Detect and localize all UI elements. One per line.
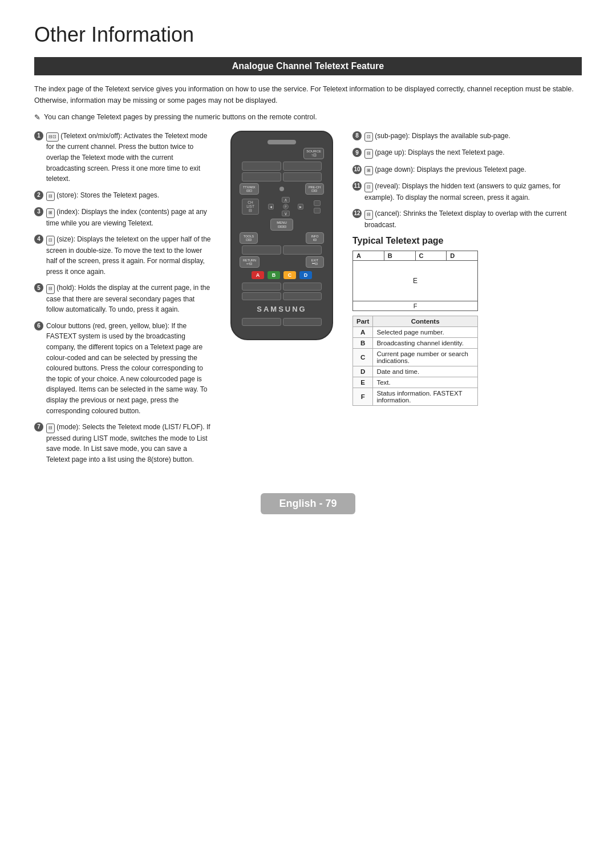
table-cell-part-a: A <box>353 327 373 338</box>
table-cell-contents-e: Text. <box>373 377 478 388</box>
list-item: 1 ⊟⊡ (Teletext on/mix/off): Activates th… <box>34 131 211 184</box>
return-button[interactable]: RETURN↩⊟ <box>240 256 260 268</box>
item-number-12: 12 <box>352 209 362 218</box>
list-item: 2 ⊟ (store): Stores the Teletext pages. <box>34 190 211 201</box>
pre-ch-button[interactable]: PRE-CH⊡⊟ <box>305 183 324 195</box>
table-cell-part-b: B <box>353 338 373 349</box>
teletext-body: E <box>353 261 477 301</box>
item-text-1: ⊟⊡ (Teletext on/mix/off): Activates the … <box>46 131 211 184</box>
item-text-12: ⊟ (cancel): Shrinks the Teletext display… <box>364 208 582 230</box>
teletext-footer-label: F <box>414 303 418 309</box>
teletext-center-label: E <box>413 277 418 285</box>
teletext-col-d: D <box>447 251 477 260</box>
item-number-7: 7 <box>34 422 43 432</box>
item-text-11: ⊡ (reveal): Displays the hidden text (an… <box>364 181 582 203</box>
right-item-list: 8 ⊡ (sub-page): Displays the available s… <box>352 131 582 230</box>
source-button[interactable]: SOURCE↑⊡ <box>303 148 324 159</box>
green-button[interactable]: B <box>268 271 280 279</box>
info-button[interactable]: INFOi⊟ <box>306 232 324 244</box>
item-number-8: 8 <box>352 131 362 140</box>
list-item: 3 ⊞ (index): Displays the index (content… <box>34 207 211 228</box>
table-row: B Broadcasting channel identity. <box>353 338 478 349</box>
item-number-2: 2 <box>34 191 43 200</box>
tools-button[interactable]: TOOLS⊡⊟ <box>240 232 258 244</box>
section-header: Analogue Channel Teletext Feature <box>34 57 582 75</box>
blue-button[interactable]: D <box>299 271 312 279</box>
samsung-logo: SAMSUNG <box>237 305 326 313</box>
teletext-col-c: C <box>416 251 447 260</box>
teletext-grid: A B C D E F <box>352 251 478 311</box>
teletext-footer-row: F <box>353 301 477 310</box>
item-number-10: 10 <box>352 165 362 174</box>
tip-text: ✎ You can change Teletext pages by press… <box>34 113 582 122</box>
table-cell-contents-a: Selected page number. <box>373 327 478 338</box>
table-row: E Text. <box>353 377 478 388</box>
table-cell-part-e: E <box>353 377 373 388</box>
item-number-6: 6 <box>34 321 43 330</box>
item-number-1: 1 <box>34 131 43 140</box>
item-text-2: ⊟ (store): Stores the Teletext pages. <box>46 190 211 201</box>
teletext-section: Typical Teletext page A B C D E F <box>352 236 582 406</box>
page-footer: English - 79 <box>34 493 582 514</box>
item-text-4: ⊡ (size): Displays the teletext on the u… <box>46 234 211 277</box>
remote-control-illustration: SOURCE↑⊡ TTX/MIX⊟⊡ PRE-CH⊡⊟ CH LIST⊟ <box>225 131 339 340</box>
menu-button[interactable]: MENU⊟⊟⊟ <box>270 219 293 231</box>
info-table: Part Contents A Selected page number. B … <box>352 316 478 406</box>
item-text-5: ⊟ (hold): Holds the display at the curre… <box>46 283 211 315</box>
right-column: 8 ⊡ (sub-page): Displays the available s… <box>352 131 582 406</box>
item-text-10: ⊞ (page down): Displays the previous Tel… <box>364 164 582 175</box>
item-number-3: 3 <box>34 207 43 216</box>
item-number-4: 4 <box>34 235 43 244</box>
left-item-list: 1 ⊟⊡ (Teletext on/mix/off): Activates th… <box>34 131 211 465</box>
color-buttons-row: A B C D <box>237 271 326 279</box>
teletext-col-b: B <box>384 251 416 260</box>
item-number-9: 9 <box>352 148 362 157</box>
item-text-7: ⊟ (mode): Selects the Teletext mode (LIS… <box>46 422 211 465</box>
teletext-header-row: A B C D <box>353 251 477 261</box>
list-item: 7 ⊟ (mode): Selects the Teletext mode (L… <box>34 422 211 465</box>
table-header-contents: Contents <box>373 316 478 327</box>
item-text-8: ⊡ (sub-page): Displays the available sub… <box>364 131 582 142</box>
list-item: 4 ⊡ (size): Displays the teletext on the… <box>34 234 211 277</box>
tip-icon: ✎ <box>34 113 40 122</box>
table-cell-contents-d: Date and time. <box>373 366 478 377</box>
list-item: 9 ⊟ (page up): Displays the next Teletex… <box>352 147 582 158</box>
table-cell-part-f: F <box>353 388 373 406</box>
item-number-5: 5 <box>34 283 43 292</box>
item-text-6: Colour buttons (red, green, yellow, blue… <box>46 321 211 416</box>
ttx-mix-button[interactable]: TTX/MIX⊟⊡ <box>240 183 259 195</box>
yellow-button[interactable]: C <box>283 271 296 279</box>
table-header-part: Part <box>353 316 373 327</box>
table-row: C Current page number or search indicati… <box>353 349 478 366</box>
main-content: 1 ⊟⊡ (Teletext on/mix/off): Activates th… <box>34 131 582 470</box>
list-item: 12 ⊟ (cancel): Shrinks the Teletext disp… <box>352 208 582 230</box>
table-cell-contents-f: Status information. FASTEXT information. <box>373 388 478 406</box>
list-item: 5 ⊟ (hold): Holds the display at the cur… <box>34 283 211 315</box>
english-badge: English - 79 <box>261 493 355 514</box>
table-cell-contents-c: Current page number or search indication… <box>373 349 478 366</box>
table-cell-contents-b: Broadcasting channel identity. <box>373 338 478 349</box>
table-row: D Date and time. <box>353 366 478 377</box>
page-title: Other Information <box>34 23 582 47</box>
item-number-11: 11 <box>352 182 362 191</box>
teletext-col-a: A <box>353 251 384 260</box>
remote-body: SOURCE↑⊡ TTX/MIX⊟⊡ PRE-CH⊡⊟ CH LIST⊟ <box>230 131 333 340</box>
left-column: 1 ⊟⊡ (Teletext on/mix/off): Activates th… <box>34 131 211 470</box>
table-cell-part-c: C <box>353 349 373 366</box>
list-item: 8 ⊡ (sub-page): Displays the available s… <box>352 131 582 142</box>
table-row: A Selected page number. <box>353 327 478 338</box>
item-text-3: ⊞ (index): Displays the index (contents)… <box>46 207 211 228</box>
red-button[interactable]: A <box>252 271 264 279</box>
item-text-9: ⊟ (page up): Displays the next Teletext … <box>364 147 582 158</box>
list-item: 10 ⊞ (page down): Displays the previous … <box>352 164 582 175</box>
exit-button[interactable]: EXIT↦⊟ <box>306 256 324 268</box>
list-item: 11 ⊡ (reveal): Displays the hidden text … <box>352 181 582 203</box>
list-item: 6 Colour buttons (red, green, yellow, bl… <box>34 321 211 416</box>
ch-list-button[interactable]: CH LIST⊟ <box>242 199 259 215</box>
table-cell-part-d: D <box>353 366 373 377</box>
teletext-title: Typical Teletext page <box>352 236 582 246</box>
intro-text: The index page of the Teletext service g… <box>34 83 582 106</box>
table-row: F Status information. FASTEXT informatio… <box>353 388 478 406</box>
